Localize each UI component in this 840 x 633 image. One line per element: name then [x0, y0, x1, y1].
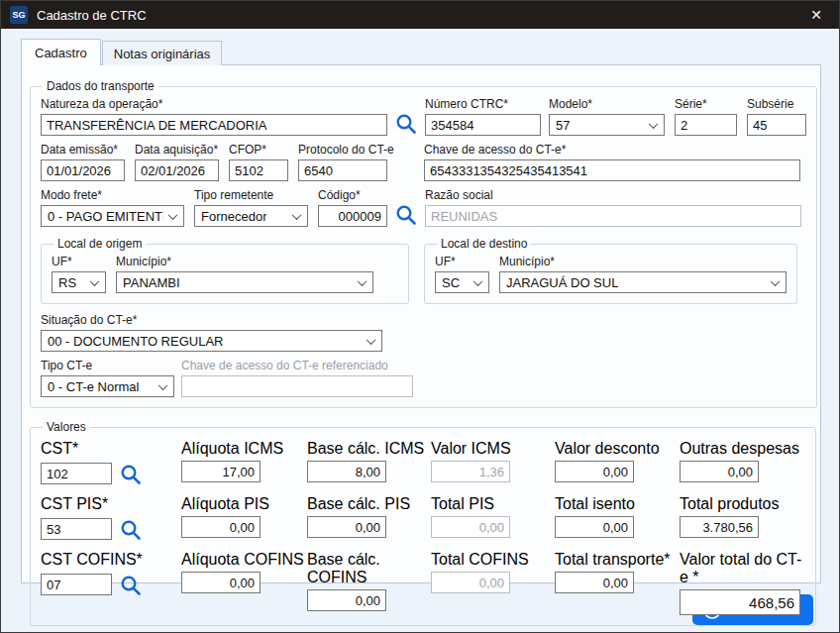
cfop-input[interactable] — [229, 159, 288, 181]
base-icms-input[interactable] — [307, 461, 386, 482]
situacao-cte-select[interactable]: 00 - DOCUMENTO REGULAR — [41, 330, 382, 352]
field-natureza-operacao: Natureza da operação* — [41, 97, 387, 136]
valores-grid: CST* Alíquota ICMS Base cálc. I — [41, 440, 805, 615]
cst-cofins-input[interactable] — [41, 574, 112, 595]
tab-strip: Cadastro Notas originárias — [21, 41, 829, 65]
tab-notas-originarias[interactable]: Notas originárias — [102, 41, 223, 65]
data-aquisicao-input[interactable] — [135, 159, 219, 181]
origem-municipio-select[interactable]: PANAMBI — [116, 271, 373, 293]
group-title: Dados do transporte — [43, 79, 158, 93]
close-icon[interactable]: ✕ — [793, 1, 839, 29]
selected-value: SC — [442, 275, 460, 290]
total-pis-input — [431, 516, 510, 538]
field-cfop: CFOP* — [229, 143, 288, 181]
aliquota-cofins-input[interactable] — [181, 572, 261, 593]
aliquota-pis-input[interactable] — [181, 516, 261, 538]
total-isento-input[interactable] — [555, 516, 634, 538]
natureza-operacao-input[interactable] — [41, 114, 387, 136]
field-valor-total-cte: Valor total do CT-e * — [680, 551, 805, 615]
selected-value: 00 - DOCUMENTO REGULAR — [48, 334, 223, 349]
dialog-body: Cadastro Notas originárias Dados do tran… — [1, 29, 839, 632]
field-aliquota-icms: Alíquota ICMS — [181, 440, 307, 486]
outras-despesas-input[interactable] — [680, 461, 759, 482]
field-label: Modelo* — [549, 97, 665, 111]
field-label: Outras despesas — [680, 440, 805, 458]
field-cst-cofins: CST COFINS* — [41, 551, 181, 615]
total-produtos-input[interactable] — [680, 516, 759, 538]
row-4: Local de origem UF* RS Município* — [41, 237, 806, 304]
group-title: Local de origem — [53, 237, 146, 251]
chave-acesso-input[interactable] — [424, 159, 800, 181]
field-label: CST PIS* — [41, 495, 181, 513]
field-destino-uf: UF* SC — [435, 255, 489, 293]
cst-input[interactable] — [41, 463, 112, 484]
valor-icms-input — [431, 461, 510, 482]
field-total-transporte: Total transporte* — [555, 551, 680, 615]
selected-value: 57 — [556, 118, 570, 133]
field-total-pis: Total PIS — [431, 495, 555, 542]
field-total-produtos: Total produtos — [680, 495, 805, 542]
modelo-select[interactable]: 57 — [549, 114, 665, 136]
field-modo-frete: Modo frete* 0 - PAGO EMITENTE — [41, 188, 184, 227]
chevron-down-icon — [771, 276, 781, 286]
field-label: Base cálc. ICMS — [307, 440, 431, 458]
field-label: Total isento — [555, 495, 680, 513]
tipo-cte-select[interactable]: 0 - CT-e Normal — [41, 375, 174, 397]
subserie-input[interactable] — [747, 114, 806, 136]
origem-uf-select[interactable]: RS — [52, 271, 106, 293]
field-label: Total PIS — [431, 495, 555, 513]
selected-value: RS — [58, 275, 76, 290]
selected-value: JARAGUÁ DO SUL — [506, 275, 618, 290]
search-cst-pis-icon[interactable] — [119, 516, 145, 542]
valor-desconto-input[interactable] — [555, 461, 634, 482]
dialog-cadastro-ctrc: SG Cadastro de CTRC ✕ Cadastro Notas ori… — [0, 0, 840, 633]
total-transporte-input[interactable] — [555, 572, 634, 593]
field-origem-municipio: Município* PANAMBI — [116, 255, 373, 293]
chevron-down-icon — [90, 276, 100, 286]
field-label: Município* — [499, 255, 787, 268]
group-title: Local de destino — [437, 237, 531, 251]
data-emissao-input[interactable] — [41, 159, 125, 181]
field-data-emissao: Data emissão* — [41, 143, 125, 181]
codigo-input[interactable] — [318, 205, 387, 227]
search-cst-icon[interactable] — [119, 461, 145, 486]
field-label: Total produtos — [680, 495, 805, 513]
destino-municipio-select[interactable]: JARAGUÁ DO SUL — [499, 271, 787, 293]
field-label: Alíquota ICMS — [181, 440, 307, 458]
field-label: Base cálc. PIS — [307, 495, 431, 513]
destino-uf-select[interactable]: SC — [435, 271, 489, 293]
field-label: Data aquisição* — [135, 143, 219, 157]
field-label: Data emissão* — [41, 143, 125, 157]
field-razao-social: Razão social — [425, 188, 801, 227]
base-cofins-input[interactable] — [307, 589, 386, 611]
search-codigo-icon[interactable] — [394, 201, 420, 227]
group-title: Valores — [43, 420, 90, 434]
serie-input[interactable] — [675, 114, 737, 136]
tipo-remetente-select[interactable]: Fornecedor — [194, 205, 308, 227]
group-valores: Valores CST* Alíquota ICMS — [30, 420, 816, 626]
protocolo-input[interactable] — [298, 159, 387, 181]
field-label: UF* — [435, 255, 489, 268]
aliquota-icms-input[interactable] — [181, 461, 261, 482]
field-label: Código* — [318, 188, 387, 202]
field-subserie: Subsérie — [747, 97, 806, 136]
field-base-pis: Base cálc. PIS — [307, 495, 431, 542]
field-label: Tipo remetente — [194, 188, 308, 202]
field-label: Município* — [116, 255, 373, 268]
cst-pis-input[interactable] — [41, 518, 112, 540]
modo-frete-select[interactable]: 0 - PAGO EMITENTE — [41, 205, 184, 227]
field-label: Valor total do CT-e * — [680, 551, 805, 586]
base-pis-input[interactable] — [307, 516, 386, 538]
field-numero-ctrc: Número CTRC* — [425, 97, 541, 136]
window-title: Cadastro de CTRC — [37, 8, 147, 23]
valor-total-cte-input[interactable] — [680, 589, 800, 615]
total-cofins-input — [431, 572, 510, 593]
search-cst-cofins-icon[interactable] — [119, 572, 145, 597]
chevron-down-icon — [158, 380, 168, 390]
numero-ctrc-input[interactable] — [425, 114, 541, 136]
field-outras-despesas: Outras despesas — [680, 440, 805, 486]
field-label: Subsérie — [747, 97, 806, 111]
search-natureza-icon[interactable] — [394, 110, 420, 136]
tab-cadastro[interactable]: Cadastro — [21, 39, 101, 65]
row-5: Situação do CT-e* 00 - DOCUMENTO REGULAR — [41, 313, 806, 352]
